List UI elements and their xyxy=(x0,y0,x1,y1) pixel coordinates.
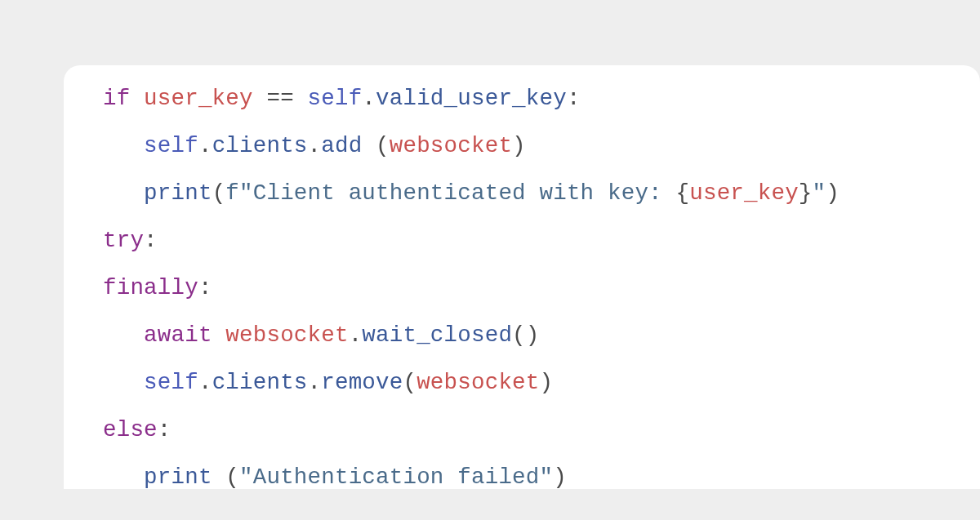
code-token: : xyxy=(198,275,212,300)
code-line: else: xyxy=(103,418,980,442)
code-token: print xyxy=(144,180,212,206)
code-line: self.clients.add (websocket) xyxy=(103,134,980,158)
code-token: websocket xyxy=(390,133,512,158)
code-token: . xyxy=(362,86,376,111)
code-token: websocket xyxy=(416,370,539,395)
code-token: wait_closed xyxy=(362,322,512,348)
code-token: self xyxy=(144,370,198,395)
code-token: else xyxy=(103,417,158,442)
code-token: ( xyxy=(225,464,239,490)
code-token: : xyxy=(567,86,581,111)
code-token: await xyxy=(144,322,225,348)
code-token: : xyxy=(158,417,172,442)
code-token: valid_user_key xyxy=(376,86,567,111)
code-token: ( xyxy=(362,133,389,158)
code-token: . xyxy=(349,322,363,348)
code-token: " xyxy=(813,180,826,206)
code-line: print(f"Client authenticated with key: {… xyxy=(103,181,980,205)
code-token: add xyxy=(321,133,362,158)
code-token: self xyxy=(144,133,198,158)
code-token: user_key xyxy=(689,180,799,206)
code-token: self xyxy=(308,86,363,111)
code-token: ( xyxy=(212,180,226,206)
code-token: == xyxy=(253,86,308,111)
code-token: ) xyxy=(826,180,840,206)
code-token: finally xyxy=(103,275,198,300)
code-line: self.clients.remove(websocket) xyxy=(103,371,980,394)
code-token: () xyxy=(512,322,539,348)
code-token: . xyxy=(198,370,212,395)
code-token: ) xyxy=(553,464,567,490)
code-token: . xyxy=(308,370,322,395)
code-token: ) xyxy=(512,133,526,158)
code-token: "Authentication failed" xyxy=(239,464,553,490)
code-token: remove xyxy=(321,370,403,395)
code-token: user_key xyxy=(144,86,253,111)
code-block: if user_key == self.valid_user_key: self… xyxy=(64,65,980,489)
code-token: clients xyxy=(212,133,308,158)
code-token: ( xyxy=(403,370,416,395)
code-token: { xyxy=(676,180,690,206)
code-token: ) xyxy=(540,370,554,395)
code-line: finally: xyxy=(103,276,980,300)
code-token: } xyxy=(799,180,813,206)
code-token: f"Client authenticated with key: xyxy=(225,180,675,206)
code-line: await websocket.wait_closed() xyxy=(103,323,980,347)
code-token: if xyxy=(103,86,144,111)
code-line: print ("Authentication failed") xyxy=(103,465,980,489)
code-line: try: xyxy=(103,229,980,252)
code-line: if user_key == self.valid_user_key: xyxy=(103,87,980,110)
code-token: : xyxy=(144,228,158,253)
code-token: . xyxy=(308,133,322,158)
code-token: . xyxy=(198,133,212,158)
code-token: try xyxy=(103,228,144,253)
code-token: clients xyxy=(212,370,308,395)
code-token: websocket xyxy=(225,322,348,348)
code-token: print xyxy=(144,464,225,490)
